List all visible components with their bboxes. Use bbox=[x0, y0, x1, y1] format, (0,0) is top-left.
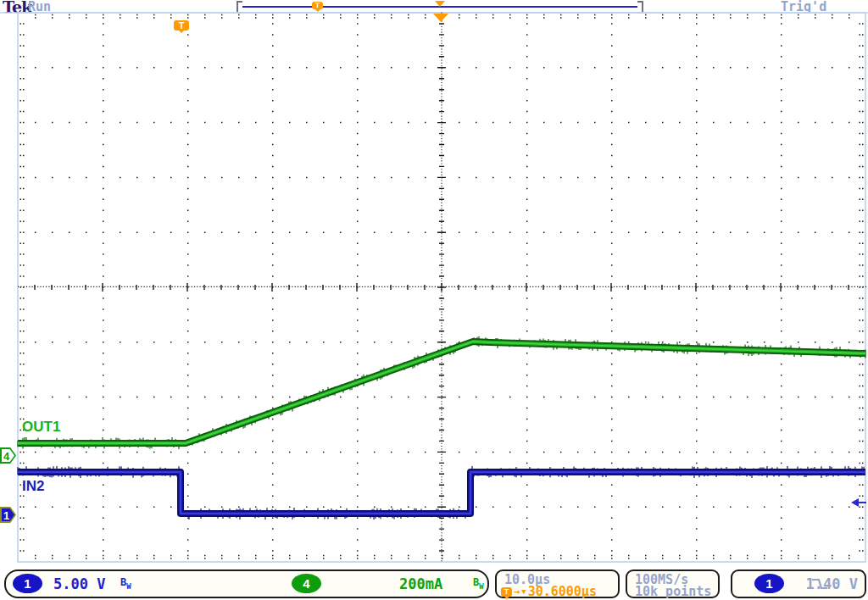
channel-4-badge[interactable]: 4 bbox=[292, 574, 321, 593]
trigger-level-value: 1.40 V bbox=[806, 575, 858, 592]
delay-trigger-icon: T bbox=[501, 587, 512, 597]
channel-4-scale: 200mA bbox=[399, 575, 442, 592]
trace-label-in2: IN2 bbox=[22, 478, 44, 495]
channel-1-scale: 5.00 V bbox=[53, 575, 105, 592]
trigger-readout-box[interactable]: 1 1.40 V bbox=[731, 569, 866, 598]
trigger-level-arrow-tail bbox=[858, 502, 866, 503]
channel-4-bandwidth-limit-icon: BW bbox=[473, 576, 484, 591]
delay-marker-icon: ▼ bbox=[521, 587, 526, 596]
trigger-source-badge: 1 bbox=[754, 574, 784, 593]
record-length: 10k points bbox=[635, 584, 711, 599]
acquisition-readout-box[interactable]: 100MS/s 10k points bbox=[626, 569, 720, 598]
channel-1-bandwidth-limit-icon: BW bbox=[120, 576, 131, 591]
timebase-readout-box[interactable]: 10.0µs T → ▼ 30.6000µs bbox=[495, 569, 620, 598]
expansion-point-marker-icon[interactable] bbox=[433, 14, 448, 22]
channel-scale-readout-box[interactable]: 1 5.00 V BW 4 200mA BW bbox=[4, 569, 489, 598]
waveform-display bbox=[0, 0, 868, 600]
trigger-delay-readout: T → ▼ 30.6000µs bbox=[501, 584, 597, 599]
trace-label-out1: OUT1 bbox=[22, 419, 60, 436]
channel-4-marker-number: 4 bbox=[3, 449, 9, 462]
channel-1-badge[interactable]: 1 bbox=[13, 574, 42, 593]
delay-arrow-icon: → bbox=[514, 586, 520, 597]
channel-1-ground-marker[interactable]: 1 bbox=[0, 507, 16, 523]
trigger-point-icon[interactable]: T bbox=[174, 20, 189, 31]
oscilloscope-screen: Tek Run Trig'd T T OUT1 IN2 4 1 1 5.00 V… bbox=[0, 0, 868, 600]
delay-value: 30.6000µs bbox=[528, 584, 597, 599]
trigger-level-arrow-icon[interactable] bbox=[851, 498, 866, 508]
channel-4-ground-marker[interactable]: 4 bbox=[0, 447, 16, 464]
channel-1-marker-number: 1 bbox=[3, 508, 9, 521]
